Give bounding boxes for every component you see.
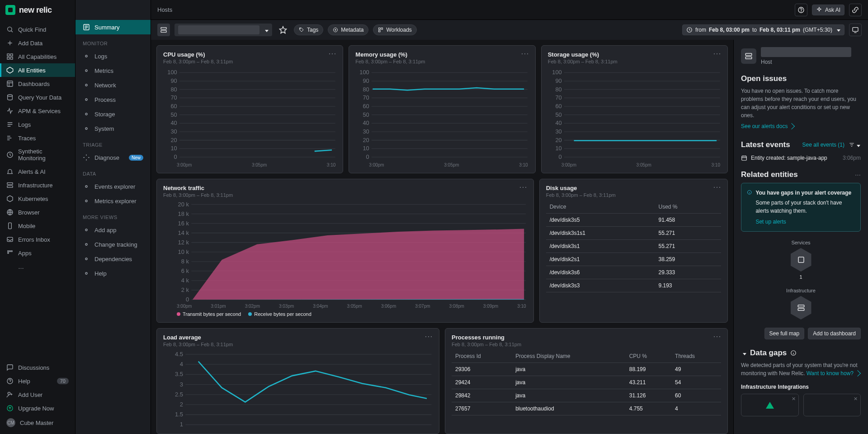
subnav-data-item[interactable]: Events explorer <box>75 179 151 194</box>
subnav-data-item[interactable]: Metrics explorer <box>75 194 151 208</box>
memory-chart[interactable]: 1009080706050403020100 <box>355 68 528 162</box>
card-menu-button[interactable]: ⋯ <box>713 334 721 339</box>
nav-kubernetes[interactable]: Kubernetes <box>0 192 75 205</box>
nav-browser[interactable]: Browser <box>0 205 75 219</box>
table-header[interactable]: Process Display Name <box>512 350 626 363</box>
subnav-diagnose[interactable]: DiagnoseNew <box>75 150 151 165</box>
event-row[interactable]: Entity created: sample-java-app 3:06pm <box>741 155 861 161</box>
see-all-events-link[interactable]: See all events (1) <box>802 142 844 148</box>
tv-mode-button[interactable] <box>849 24 862 36</box>
info-icon <box>747 189 752 196</box>
table-row[interactable]: /dev/disk3s1s155.271 <box>546 227 721 240</box>
nav-apm[interactable]: APM & Services <box>0 104 75 118</box>
events-filter-button[interactable] <box>848 138 861 151</box>
table-row[interactable]: /dev/disk3s591.458 <box>546 214 721 227</box>
subnav-monitor-item[interactable]: Network <box>75 78 151 92</box>
data-gaps-toggle[interactable]: Data gaps <box>741 348 861 358</box>
card-menu-button[interactable]: ⋯ <box>328 51 336 56</box>
card-menu-button[interactable]: ⋯ <box>713 51 721 56</box>
nav-mobile[interactable]: Mobile <box>0 219 75 233</box>
share-button[interactable] <box>849 4 862 16</box>
table-row[interactable]: /dev/disk3s629.333 <box>546 266 721 279</box>
host-picker[interactable] <box>175 24 272 36</box>
nav-all-capabilities[interactable]: All Capabilities <box>0 50 75 63</box>
nav-help[interactable]: Help70 <box>0 374 75 388</box>
table-header[interactable]: Threads <box>671 350 721 363</box>
card-menu-button[interactable]: ⋯ <box>713 185 721 189</box>
process-table[interactable]: Process IdProcess Display NameCPU %Threa… <box>452 350 721 415</box>
nav-add-user[interactable]: Add User <box>0 388 75 401</box>
table-header[interactable]: CPU % <box>626 350 671 363</box>
nav-infrastructure[interactable]: Infrastructure <box>0 178 75 192</box>
cpu-chart[interactable]: 1009080706050403020100 <box>163 68 336 162</box>
table-header[interactable]: Device <box>546 200 655 214</box>
card-cpu: CPU usage (%)Feb 8, 3:00pm – Feb 8, 3:11… <box>156 45 343 173</box>
table-row[interactable]: /dev/disk3s39.193 <box>546 279 721 292</box>
disk-table[interactable]: DeviceUsed % /dev/disk3s591.458/dev/disk… <box>546 200 721 292</box>
storage-chart[interactable]: 1009080706050403020100 <box>548 68 721 162</box>
subnav-monitor-item[interactable]: Logs <box>75 49 151 63</box>
nav-traces[interactable]: Traces <box>0 131 75 145</box>
card-menu-button[interactable]: ⋯ <box>521 51 529 56</box>
nav-upgrade[interactable]: Upgrade Now <box>0 401 75 415</box>
table-row[interactable]: /dev/disk2s138.259 <box>546 253 721 266</box>
alerts-docs-link[interactable]: See our alerts docs <box>741 123 861 129</box>
ask-ai-button[interactable]: Ask AI <box>812 5 844 15</box>
integration-card[interactable]: ✕ <box>803 394 861 416</box>
integration-card[interactable]: ✕ <box>741 394 799 416</box>
favorite-button[interactable] <box>277 24 289 36</box>
table-row[interactable]: 29424java43.21154 <box>452 376 721 389</box>
add-to-dashboard-button[interactable]: Add to dashboard <box>808 328 861 339</box>
table-row[interactable]: 29306java88.19949 <box>452 363 721 376</box>
table-row[interactable]: 27657bluetoothaudiod4.7554 <box>452 402 721 415</box>
brand-logo[interactable]: new relic <box>0 0 75 20</box>
nav-all-entities[interactable]: All Entities <box>0 63 75 77</box>
time-range-picker[interactable]: from Feb 8, 03:00 pm to Feb 8, 03:11 pm … <box>682 24 844 35</box>
subnav-more-item[interactable]: Help <box>75 266 151 281</box>
nav-dashboards[interactable]: Dashboards <box>0 77 75 91</box>
svg-point-23 <box>85 55 87 57</box>
subnav-more-item[interactable]: Change tracking <box>75 237 151 252</box>
nav-user[interactable]: CMCube Master <box>0 415 75 430</box>
see-full-map-button[interactable]: See full map <box>764 328 805 339</box>
tags-button[interactable]: Tags <box>294 24 323 35</box>
related-menu-button[interactable]: ⋯ <box>855 172 861 178</box>
svg-text:8 k: 8 k <box>181 258 189 265</box>
help-button[interactable] <box>795 4 807 16</box>
table-row[interactable]: 29842java31.12660 <box>452 389 721 402</box>
card-menu-button[interactable]: ⋯ <box>425 334 433 339</box>
close-icon[interactable]: ✕ <box>854 396 858 402</box>
nav-errors[interactable]: Errors Inbox <box>0 233 75 246</box>
table-header[interactable]: Process Id <box>452 350 512 363</box>
nav-discussions[interactable]: Discussions <box>0 361 75 374</box>
nav-query[interactable]: Query Your Data <box>0 91 75 104</box>
subnav-monitor-item[interactable]: Storage <box>75 107 151 121</box>
nav-more[interactable]: … <box>0 260 75 273</box>
close-icon[interactable]: ✕ <box>792 396 796 402</box>
metadata-button[interactable]: Metadata <box>328 24 368 35</box>
nav-apps[interactable]: Apps <box>0 246 75 260</box>
network-chart[interactable]: 20 k18 k16 k14 k12 k10 k8 k6 k4 k2 k0 <box>163 201 527 303</box>
want-know-link[interactable]: Want to know how? <box>807 369 860 377</box>
infra-node[interactable]: Infrastructure <box>786 288 816 320</box>
nav-quick-find[interactable]: Quick Find <box>0 23 75 36</box>
services-node[interactable]: Services 1 <box>791 240 811 280</box>
subnav-summary[interactable]: Summary <box>75 20 151 34</box>
subnav-monitor-item[interactable]: Process <box>75 92 151 107</box>
subnav-more-item[interactable]: Add app <box>75 223 151 237</box>
nav-logs[interactable]: Logs <box>0 118 75 131</box>
setup-alerts-link[interactable]: Set up alerts <box>755 218 786 226</box>
workloads-button[interactable]: Workloads <box>373 24 416 35</box>
nav-add-data[interactable]: Add Data <box>0 36 75 50</box>
card-menu-button[interactable]: ⋯ <box>519 185 527 189</box>
subnav-more-item[interactable]: Dependencies <box>75 252 151 266</box>
svg-rect-46 <box>853 28 858 32</box>
table-header[interactable]: Used % <box>655 200 721 214</box>
subnav-monitor-item[interactable]: Metrics <box>75 63 151 78</box>
load-chart[interactable]: 4.543.532.521.51 <box>163 351 433 428</box>
subnav-monitor-item[interactable]: System <box>75 121 151 136</box>
breadcrumb[interactable]: Hosts <box>157 6 172 13</box>
nav-alerts[interactable]: Alerts & AI <box>0 165 75 178</box>
nav-synthetic[interactable]: Synthetic Monitoring <box>0 145 75 165</box>
table-row[interactable]: /dev/disk3s155.271 <box>546 240 721 253</box>
